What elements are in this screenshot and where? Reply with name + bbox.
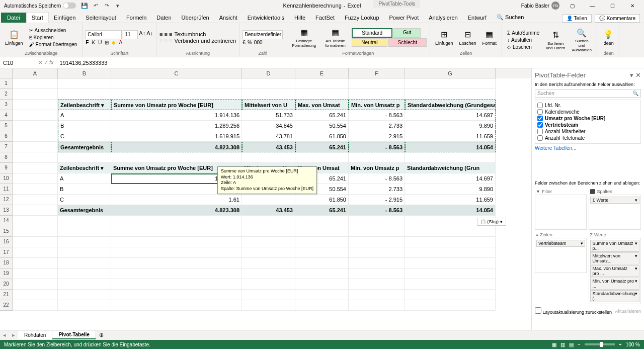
area-item[interactable]: Vertriebsteam▾ <box>536 240 585 247</box>
row-header[interactable]: 20 <box>0 279 13 290</box>
view-layout-icon[interactable]: ▥ <box>560 342 565 347</box>
field-item[interactable]: Lfd. Nr. <box>537 102 638 109</box>
style-neutral[interactable]: Neutral <box>352 38 387 47</box>
col-header[interactable]: B <box>58 68 111 78</box>
values-area[interactable]: Summe von Umsatz p...▾Mittelwert von Ums… <box>589 238 641 304</box>
merge-button[interactable]: Verbinden und zentrieren <box>174 38 236 44</box>
tab-analysieren[interactable]: Analysieren <box>424 13 462 23</box>
border-button[interactable]: ⊞ <box>105 40 109 45</box>
row-header[interactable]: 7 <box>0 142 13 152</box>
area-item[interactable]: Mittelwert von Umsatz...▾ <box>590 252 639 264</box>
close-icon[interactable]: ✕ <box>625 0 640 11</box>
filter-area[interactable] <box>535 195 587 230</box>
view-pagebreak-icon[interactable]: ▤ <box>569 342 574 347</box>
maximize-icon[interactable]: ☐ <box>605 0 620 11</box>
more-tables-link[interactable]: Weitere Tabellen... <box>535 144 641 152</box>
row-header[interactable]: 3 <box>0 100 13 110</box>
area-item[interactable]: Standardabweichung (...▾ <box>590 290 639 302</box>
row-header[interactable]: 14 <box>0 216 13 226</box>
row-header[interactable]: 4 <box>0 110 13 121</box>
search-tab[interactable]: 🔍 Suchen <box>492 12 529 23</box>
paste-options[interactable]: 📋 (Strg) ▾ <box>477 218 507 226</box>
row-header[interactable]: 9 <box>0 163 13 173</box>
spreadsheet-grid[interactable]: A B C D E F G 123Zeilenbeschrift ▾Summe … <box>0 68 531 330</box>
sheet-tab[interactable]: Rohdaten <box>18 331 52 339</box>
user-account[interactable]: Fabio Basler FB <box>521 2 559 10</box>
field-item[interactable]: Anzahl Telefonate <box>537 135 638 141</box>
minimize-icon[interactable]: — <box>585 0 600 11</box>
redo-icon[interactable]: ↷ <box>103 2 110 9</box>
fx-icon[interactable]: fx <box>49 59 54 66</box>
bold-button[interactable]: F <box>86 40 89 45</box>
font-color-button[interactable]: A <box>119 40 122 45</box>
formula-input[interactable]: 1914136,25333333 <box>57 60 644 66</box>
tab-formeln[interactable]: Formeln <box>121 13 151 23</box>
rows-area[interactable]: Vertriebsteam▾ <box>535 238 587 273</box>
style-schlecht[interactable]: Schlecht <box>388 38 427 47</box>
area-item[interactable]: Summe von Umsatz p...▾ <box>590 240 639 252</box>
row-header[interactable]: 5 <box>0 121 13 131</box>
increase-font-icon[interactable]: A↑ <box>139 30 145 39</box>
share-button[interactable]: 👤 Teilen <box>562 14 592 23</box>
decrease-font-icon[interactable]: A↓ <box>146 30 153 39</box>
sheet-tab[interactable]: Pivot-Tabelle <box>52 331 96 339</box>
format-painter-button[interactable]: 🖌 Format übertragen <box>27 41 79 48</box>
qat-more-icon[interactable]: ▾ <box>114 2 121 9</box>
row-header[interactable]: 1 <box>0 78 13 89</box>
currency-button[interactable]: € <box>243 40 246 45</box>
tab-seitenlayout[interactable]: Seitenlayout <box>80 13 121 23</box>
sheet-nav-next[interactable]: ▸ <box>9 332 18 338</box>
paste-button[interactable]: 📋Einfügen <box>3 29 25 47</box>
sort-filter-button[interactable]: ⇅Sortieren und Filtern <box>543 29 568 51</box>
field-item[interactable]: Anzahl Mitarbeiter <box>537 128 638 135</box>
row-header[interactable]: 11 <box>0 184 13 195</box>
col-header[interactable]: C <box>111 68 242 78</box>
view-normal-icon[interactable]: ▦ <box>552 342 556 347</box>
row-header[interactable]: 15 <box>0 226 13 237</box>
row-header[interactable]: 19 <box>0 268 13 279</box>
number-format-select[interactable] <box>243 30 283 39</box>
row-header[interactable]: 21 <box>0 290 13 300</box>
tab-hilfe[interactable]: Hilfe <box>289 13 310 23</box>
tab-entwurf[interactable]: Entwurf <box>463 13 492 23</box>
row-header[interactable]: 6 <box>0 131 13 142</box>
row-header[interactable]: 13 <box>0 205 13 216</box>
italic-button[interactable]: K <box>92 40 95 45</box>
tab-devtools[interactable]: Entwicklertools <box>243 13 289 23</box>
cut-button[interactable]: ✂ Ausschneiden <box>27 27 79 34</box>
zoom-level[interactable]: 100 % <box>626 342 640 347</box>
clear-button[interactable]: ◇ Löschen <box>505 44 541 50</box>
area-item[interactable]: Min. von Umsatz pro ...▾ <box>590 278 639 290</box>
font-select[interactable] <box>86 30 122 39</box>
autosave-toggle[interactable]: Automatisches Speichern <box>4 3 76 9</box>
insert-cells-button[interactable]: ⊞Einfügen <box>433 29 455 47</box>
pane-close-icon[interactable]: ✕ <box>635 71 641 79</box>
size-select[interactable] <box>123 30 138 39</box>
format-cells-button[interactable]: ▦Format <box>480 29 499 47</box>
col-header[interactable]: A <box>13 68 58 78</box>
defer-layout-checkbox[interactable]: Layoutaktualisierung zurückstellen <box>535 307 612 315</box>
enter-formula-icon[interactable]: ✓ <box>44 59 48 66</box>
ideas-button[interactable]: 💡Ideen <box>600 29 616 47</box>
col-header[interactable]: F <box>349 68 405 78</box>
row-header[interactable]: 18 <box>0 258 13 268</box>
fill-button[interactable]: ↓ Ausfüllen <box>505 37 541 43</box>
style-standard[interactable]: Standard <box>352 28 392 38</box>
pane-options-icon[interactable]: ▾ <box>630 71 633 79</box>
sheet-nav-prev[interactable]: ◂ <box>0 332 9 338</box>
row-header[interactable]: 16 <box>0 237 13 247</box>
col-header[interactable]: D <box>242 68 295 78</box>
row-header[interactable]: 2 <box>0 89 13 100</box>
find-select-button[interactable]: 🔍Suchen und Auswählen <box>570 27 594 53</box>
cond-format-button[interactable]: ▦Bedingte Formatierung <box>289 27 318 49</box>
undo-icon[interactable]: ↶ <box>92 2 99 9</box>
add-sheet-icon[interactable]: ⊕ <box>96 332 107 338</box>
row-header[interactable]: 8 <box>0 152 13 163</box>
row-header[interactable]: 10 <box>0 173 13 184</box>
tab-uberprufen[interactable]: Überprüfen <box>177 13 214 23</box>
field-item[interactable]: Kalenderwoche <box>537 109 638 115</box>
tab-file[interactable]: Datei <box>1 13 26 23</box>
tab-powerpivot[interactable]: Power Pivot <box>384 13 424 23</box>
comments-button[interactable]: 💬 Kommentare <box>595 14 640 23</box>
col-header[interactable]: G <box>405 68 496 78</box>
